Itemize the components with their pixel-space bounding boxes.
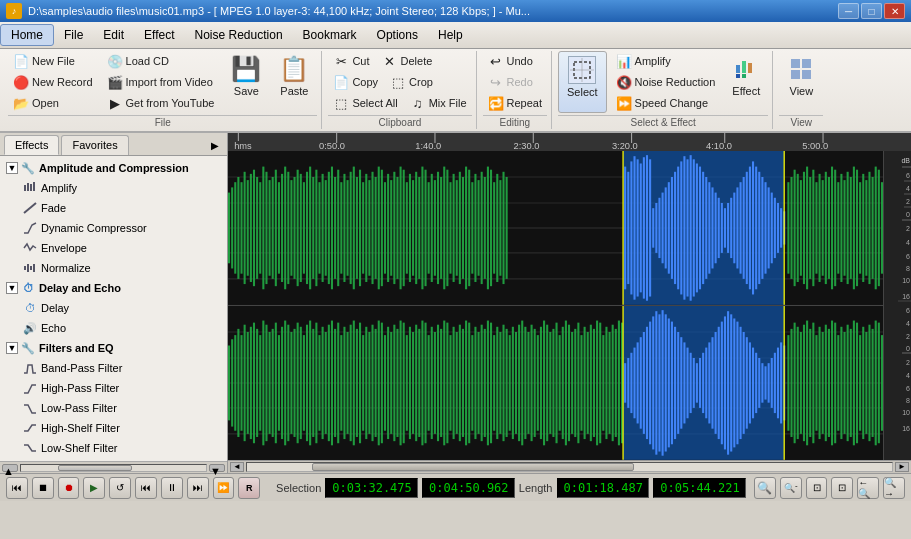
paste-button[interactable]: 📋 Paste (271, 51, 317, 113)
svg-rect-135 (633, 156, 635, 299)
menu-edit[interactable]: Edit (93, 25, 134, 45)
svg-rect-376 (702, 353, 704, 413)
select-large-button[interactable]: Select (558, 51, 607, 113)
tree-item-amplify[interactable]: Amplify (2, 178, 225, 198)
mix-file-button[interactable]: ♫ Mix File (405, 93, 472, 113)
minimize-button[interactable]: ─ (838, 3, 859, 19)
transport-fast-forward[interactable]: ⏩ (213, 477, 235, 499)
tree-item-highshelf[interactable]: High-Shelf Filter (2, 418, 225, 438)
noise-reduction-button[interactable]: 🔇 Noise Reduction (611, 72, 721, 92)
svg-rect-278 (400, 320, 402, 445)
waveform-area[interactable]: hms 0:50.0 1:40.0 2:30.0 3:20.0 4:10.0 5… (228, 133, 911, 473)
svg-rect-170 (743, 177, 745, 279)
channel-top[interactable] (228, 151, 883, 306)
tree-item-highpass[interactable]: High-Pass Filter (2, 378, 225, 398)
zoom-next-button[interactable]: 🔍→ (883, 477, 905, 499)
svg-rect-255 (328, 325, 330, 441)
open-button[interactable]: 📂 Open (8, 93, 98, 113)
tab-effects[interactable]: Effects (4, 135, 59, 155)
amplify-button[interactable]: 📊 Amplify (611, 51, 721, 71)
svg-rect-143 (658, 198, 660, 258)
new-file-button[interactable]: 📄 New File (8, 51, 98, 71)
waveform-scrollbar[interactable]: ◄ ► (228, 460, 911, 473)
transport-prev[interactable]: ⏮ (135, 477, 157, 499)
close-button[interactable]: ✕ (884, 3, 905, 19)
tree-item-filters-group[interactable]: ▼ 🔧 Filters and EQ (2, 338, 225, 358)
svg-rect-163 (721, 203, 723, 253)
transport-next[interactable]: ⏭ (187, 477, 209, 499)
tree-scroll-down[interactable]: ▼ (209, 464, 225, 472)
tree-item-delay-echo-group[interactable]: ▼ ⏱ Delay and Echo (2, 278, 225, 298)
tree-scrollbar[interactable] (20, 464, 207, 472)
tree-item-normalize[interactable]: Normalize (2, 258, 225, 278)
tree-item-amplitude-group[interactable]: ▼ 🔧 Amplitude and Compression (2, 158, 225, 178)
waveform-display[interactable]: dB 6 4 2 0 2 4 6 8 10 16 (228, 151, 911, 460)
transport-stop[interactable]: ⏹ (32, 477, 54, 499)
zoom-prev-button[interactable]: ←🔍 (857, 477, 879, 499)
tree-item-dynamic-compressor[interactable]: Dynamic Compressor (2, 218, 225, 238)
scroll-right-button[interactable]: ► (895, 462, 909, 472)
delete-button[interactable]: ✕ Delete (377, 51, 438, 71)
transport-pause[interactable]: ⏸ (161, 477, 183, 499)
menu-options[interactable]: Options (367, 25, 428, 45)
youtube-button[interactable]: ▶ Get from YouTube (102, 93, 220, 113)
zoom-out-button[interactable]: 🔍- (780, 477, 802, 499)
maximize-button[interactable]: □ (861, 3, 882, 19)
svg-rect-261 (347, 332, 349, 434)
menu-bookmark[interactable]: Bookmark (293, 25, 367, 45)
svg-rect-187 (797, 174, 799, 282)
menu-home[interactable]: Home (0, 24, 54, 46)
menu-noise-reduction[interactable]: Noise Reduction (185, 25, 293, 45)
menu-file[interactable]: File (54, 25, 93, 45)
h-scrollbar-track[interactable] (246, 462, 893, 472)
cut-button[interactable]: ✂ Cut (328, 51, 374, 71)
speed-change-button[interactable]: ⏩ Speed Change (611, 93, 721, 113)
expand-filters[interactable]: ▼ (6, 342, 18, 354)
tree-item-delay[interactable]: ⏱ Delay (2, 298, 225, 318)
tree-item-bandpass[interactable]: Band-Pass Filter (2, 358, 225, 378)
view-large-button[interactable]: View (779, 51, 823, 113)
menu-effect[interactable]: Effect (134, 25, 184, 45)
tree-item-lowshelf[interactable]: Low-Shelf Filter (2, 438, 225, 458)
panel-nav-button[interactable]: ▶ (207, 137, 223, 153)
transport-loop[interactable]: ↺ (109, 477, 131, 499)
save-button[interactable]: 💾 Save (223, 51, 269, 113)
h-scrollbar-thumb[interactable] (312, 463, 635, 471)
svg-rect-369 (680, 337, 682, 428)
zoom-fit-button[interactable]: ⊡ (806, 477, 828, 499)
tree-item-envelope[interactable]: Envelope (2, 238, 225, 258)
svg-rect-125 (490, 170, 492, 286)
tab-favorites[interactable]: Favorites (61, 135, 128, 155)
transport-record[interactable]: ⏺ (58, 477, 80, 499)
effect-large-button[interactable]: Effect (724, 51, 768, 113)
svg-text:1:40.0: 1:40.0 (415, 141, 441, 151)
transport-r[interactable]: R (238, 477, 260, 499)
load-cd-button[interactable]: 💿 Load CD (102, 51, 220, 71)
channel-bottom[interactable] (228, 306, 883, 460)
zoom-sel-button[interactable]: ⊡ (831, 477, 853, 499)
svg-rect-281 (409, 327, 411, 439)
redo-button[interactable]: ↪ Redo (483, 72, 547, 92)
svg-rect-81 (353, 167, 355, 290)
tree-scroll-up[interactable]: ▲ (2, 464, 18, 472)
transport-rewind[interactable]: ⏮ (6, 477, 28, 499)
tree-item-echo[interactable]: 🔊 Echo (2, 318, 225, 338)
tree-item-fade[interactable]: Fade (2, 198, 225, 218)
scroll-left-button[interactable]: ◄ (230, 462, 244, 472)
expand-delay-echo[interactable]: ▼ (6, 282, 18, 294)
import-video-button[interactable]: 🎬 Import from Video (102, 72, 220, 92)
zoom-in-button[interactable]: 🔍 (754, 477, 776, 499)
svg-rect-359 (649, 321, 651, 444)
repeat-button[interactable]: 🔁 Repeat (483, 93, 547, 113)
svg-rect-285 (421, 320, 423, 445)
crop-button[interactable]: ⬚ Crop (385, 72, 438, 92)
undo-button[interactable]: ↩ Undo (483, 51, 547, 71)
expand-amplitude[interactable]: ▼ (6, 162, 18, 174)
transport-play[interactable]: ▶ (83, 477, 105, 499)
svg-rect-14 (30, 184, 32, 191)
new-record-button[interactable]: 🔴 New Record (8, 72, 98, 92)
tree-item-lowpass[interactable]: Low-Pass Filter (2, 398, 225, 418)
copy-button[interactable]: 📄 Copy (328, 72, 383, 92)
select-all-button[interactable]: ⬚ Select All (328, 93, 402, 113)
menu-help[interactable]: Help (428, 25, 473, 45)
